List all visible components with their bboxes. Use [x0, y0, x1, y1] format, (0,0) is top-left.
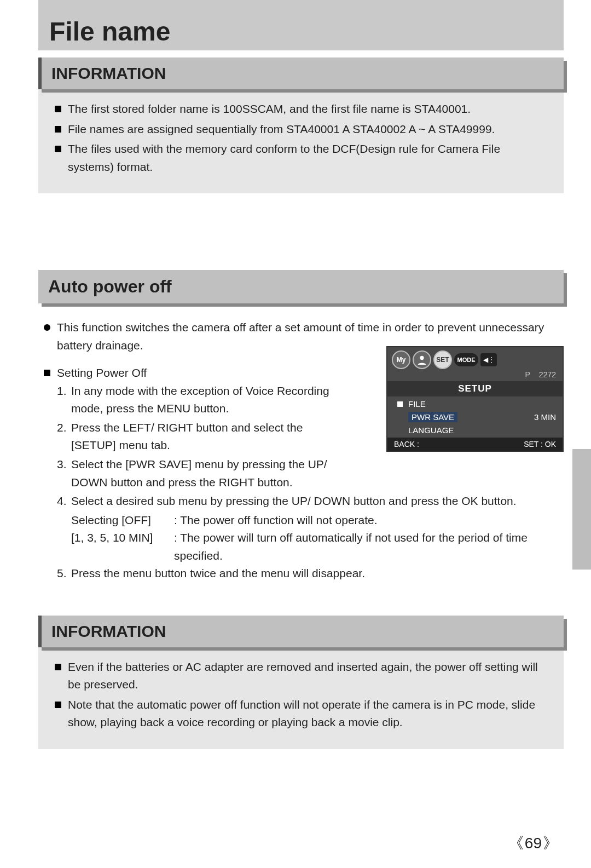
step-number: 4.: [57, 492, 71, 510]
square-bullet-icon: [55, 126, 61, 133]
mode-icon: MODE: [454, 353, 478, 366]
option-desc: : The power will turn off automatically …: [174, 529, 528, 547]
info2-item: Even if the batteries or AC adapter are …: [55, 658, 547, 694]
screen-res: 2272: [539, 370, 556, 379]
info-heading-2: INFORMATION: [38, 616, 564, 647]
page-title: File name: [38, 0, 564, 58]
screen-menu-item: PWR SAVE 3 MIN: [387, 410, 563, 424]
info-heading-1: INFORMATION: [38, 58, 564, 89]
step-row: 3. Select the [PWR SAVE] menu by pressin…: [57, 456, 350, 491]
info1-text: File names are assigned sequentially fro…: [68, 120, 495, 139]
info1-item: The files used with the memory card conf…: [55, 140, 547, 176]
camera-screen: My SET MODE ◀⋮ P 2272 SETUP FILE PWR SA: [386, 346, 564, 452]
person-icon: [413, 350, 431, 369]
screen-menu-item: LANGUAGE: [387, 424, 563, 436]
screen-set: SET : OK: [524, 440, 556, 449]
info1-item: The first stored folder name is 100SSCAM…: [55, 100, 547, 118]
auto-subheading: Setting Power Off: [57, 364, 147, 382]
screen-back: BACK :: [394, 440, 419, 449]
step-text: Press the menu button twice and the menu…: [71, 565, 365, 583]
option-label: Selecting [OFF]: [71, 511, 174, 530]
screen-title: SETUP: [387, 381, 563, 396]
info2-text: Even if the batteries or AC adapter are …: [68, 658, 547, 694]
set-icon: SET: [433, 350, 452, 369]
option-row: [1, 3, 5, 10 MIN] : The power will turn …: [57, 529, 536, 547]
screen-p: P: [525, 370, 530, 379]
info2-item: Note that the automatic power off functi…: [55, 696, 547, 732]
info-body-2: Even if the batteries or AC adapter are …: [38, 647, 564, 749]
menu-label: LANGUAGE: [408, 426, 454, 435]
step-row: 2. Press the LEFT/ RIGHT button and sele…: [57, 419, 350, 455]
square-bullet-icon: [55, 664, 61, 670]
info2-text: Note that the automatic power off functi…: [68, 696, 547, 732]
menu-marker-icon: [397, 401, 403, 407]
step-number: 5.: [57, 565, 71, 583]
speaker-icon: ◀⋮: [480, 353, 497, 366]
my-icon: My: [392, 350, 410, 369]
step-text: Select a desired sub menu by pressing th…: [71, 492, 517, 510]
option-cont: specified.: [57, 547, 536, 565]
square-bullet-icon: [55, 146, 61, 152]
menu-value: 3 MIN: [534, 412, 556, 422]
info1-text: The first stored folder name is 100SSCAM…: [68, 100, 471, 118]
step-row: 5. Press the menu button twice and the m…: [57, 565, 536, 583]
svg-point-0: [420, 356, 424, 360]
option-row: Selecting [OFF] : The power off function…: [57, 511, 536, 530]
step-row: 1. In any mode with the exception of Voi…: [57, 382, 350, 418]
step-number: 1.: [57, 382, 71, 418]
step-text: Select the [PWR SAVE] menu by pressing t…: [71, 456, 350, 491]
side-tab: [572, 449, 591, 570]
info1-text: The files used with the memory card conf…: [68, 140, 547, 176]
info-body-1: The first stored folder name is 100SSCAM…: [38, 89, 564, 193]
menu-label: FILE: [408, 399, 426, 409]
step-row: 4. Select a desired sub menu by pressing…: [57, 492, 536, 510]
square-bullet-icon: [55, 106, 61, 112]
auto-heading: Auto power off: [38, 270, 564, 303]
page-number: 69: [508, 833, 558, 854]
info1-item: File names are assigned sequentially fro…: [55, 120, 547, 139]
step-text: In any mode with the exception of Voice …: [71, 382, 350, 418]
square-bullet-icon: [44, 370, 50, 376]
circle-bullet-icon: [44, 324, 50, 331]
option-label: [1, 3, 5, 10 MIN]: [71, 529, 174, 547]
option-desc: : The power off function will not operat…: [174, 511, 378, 530]
screen-menu-item: FILE: [387, 398, 563, 410]
step-number: 3.: [57, 456, 71, 491]
step-text: Press the LEFT/ RIGHT button and select …: [71, 419, 350, 455]
menu-label: PWR SAVE: [408, 412, 457, 422]
square-bullet-icon: [55, 702, 61, 708]
step-number: 2.: [57, 419, 71, 455]
